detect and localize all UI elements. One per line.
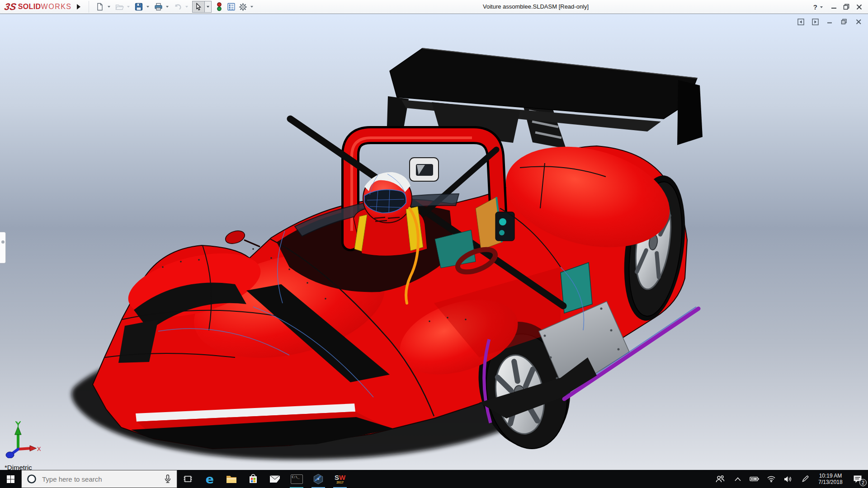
gear-icon: [239, 3, 247, 11]
people-icon: [716, 475, 725, 483]
taskbar-search[interactable]: [21, 470, 177, 488]
tab-grip-dot: [1, 240, 5, 244]
select-dropdown-caret[interactable]: [205, 1, 212, 13]
toolbar-separator: [89, 1, 89, 13]
open-document-button[interactable]: [113, 1, 125, 13]
solidworks-2017-icon: SW 2017: [335, 474, 345, 484]
clock-date: 7/13/2018: [814, 479, 847, 485]
chevron-up-icon: [735, 477, 741, 481]
logo-solid: SOLID: [18, 3, 41, 11]
new-document-button[interactable]: [94, 1, 106, 13]
battery-icon: [750, 476, 760, 482]
network-button[interactable]: [763, 470, 779, 488]
graphics-viewport[interactable]: X Y *Dimetric: [0, 14, 868, 470]
orientation-triad[interactable]: X Y: [5, 421, 41, 458]
print-icon: [154, 3, 163, 11]
document-restore-button[interactable]: [840, 18, 848, 26]
command-prompt-button[interactable]: C:\_: [286, 470, 307, 488]
document-minimize-button[interactable]: [826, 18, 834, 26]
edrawings-button[interactable]: [307, 470, 329, 488]
edge-button[interactable]: e: [199, 470, 221, 488]
cortana-icon: [27, 474, 37, 484]
notification-badge: 2: [859, 479, 867, 486]
logo-works: WORKS: [41, 3, 72, 11]
battery-button[interactable]: [746, 470, 763, 488]
open-folder-icon: [115, 3, 124, 11]
rear-view-mirror[interactable]: [410, 158, 439, 181]
window-controls: ?: [812, 0, 865, 14]
properties-list-icon: [227, 3, 236, 11]
hidden-icons-button[interactable]: [730, 470, 746, 488]
clock-time: 10:19 AM: [814, 473, 847, 479]
previous-pane-button[interactable]: [797, 18, 805, 26]
close-icon: [856, 4, 862, 10]
close-button[interactable]: [853, 0, 865, 14]
select-tool-button[interactable]: [192, 1, 205, 13]
restore-icon: [843, 4, 849, 10]
file-explorer-button[interactable]: [221, 470, 242, 488]
windows-logo-icon: [7, 475, 14, 483]
new-document-icon: [96, 3, 104, 11]
doc-close-icon: [856, 19, 862, 25]
store-icon: [248, 474, 258, 484]
select-cursor-icon: [195, 3, 202, 11]
logo-mark: 3S: [4, 1, 17, 12]
pen-icon: [802, 475, 809, 483]
undo-button: [172, 1, 184, 13]
save-floppy-icon: [135, 3, 143, 11]
pane-left-icon: [797, 19, 804, 25]
action-center-button[interactable]: 2: [847, 470, 868, 488]
store-button[interactable]: [242, 470, 264, 488]
feature-manager-collapsed-tab[interactable]: [0, 232, 6, 263]
save-button[interactable]: [133, 1, 145, 13]
quick-access-toolbar: [94, 0, 256, 14]
minimize-button[interactable]: [827, 0, 840, 14]
menu-flyout-arrow-icon[interactable]: [77, 4, 80, 9]
start-button[interactable]: [0, 470, 21, 488]
edrawings-hexagon-icon: [313, 474, 324, 484]
speaker-icon: [784, 476, 792, 483]
print-button[interactable]: [152, 1, 164, 13]
document-close-button[interactable]: [854, 18, 863, 26]
file-properties-button[interactable]: [225, 1, 237, 13]
window-title: Voiture assomblee.SLDASM [Read-only]: [483, 0, 589, 14]
undo-dropdown-caret: [184, 1, 189, 13]
taskbar-clock[interactable]: 10:19 AM 7/13/2018: [814, 473, 847, 485]
task-view-icon: [184, 475, 193, 483]
pane-right-icon: [812, 19, 819, 25]
new-dropdown-caret[interactable]: [106, 1, 112, 13]
command-prompt-icon: C:\_: [291, 474, 303, 484]
open-dropdown-caret: [125, 1, 131, 13]
help-dropdown-caret[interactable]: [820, 6, 823, 8]
help-button[interactable]: ?: [812, 3, 818, 11]
microphone-icon[interactable]: [164, 474, 171, 483]
search-input[interactable]: [41, 475, 159, 483]
mail-button[interactable]: [264, 470, 286, 488]
restore-button[interactable]: [840, 0, 853, 14]
windows-taskbar: e C:: [0, 470, 868, 488]
next-pane-button[interactable]: [811, 18, 819, 26]
print-dropdown-caret[interactable]: [164, 1, 170, 13]
select-tool-group: [192, 1, 212, 13]
edge-icon: e: [206, 473, 214, 485]
titlebar: 3S SOLID WORKS: [0, 0, 868, 14]
car-model-canvas[interactable]: [0, 14, 868, 470]
save-dropdown-caret[interactable]: [145, 1, 151, 13]
options-dropdown-caret[interactable]: [249, 1, 255, 13]
options-button[interactable]: [237, 1, 249, 13]
volume-button[interactable]: [779, 470, 797, 488]
rebuild-button[interactable]: [213, 1, 225, 13]
view-orientation-label: *Dimetric: [5, 464, 32, 470]
triad-y-label: Y: [16, 421, 20, 427]
undo-icon: [174, 3, 182, 11]
triad-x-label: X: [37, 446, 41, 452]
mail-icon: [269, 475, 280, 483]
doc-restore-icon: [841, 19, 847, 25]
people-button[interactable]: [711, 470, 730, 488]
task-view-button[interactable]: [177, 470, 199, 488]
solidworks-taskbar-button[interactable]: SW 2017: [329, 470, 351, 488]
system-tray: 10:19 AM 7/13/2018 2: [711, 470, 868, 488]
solidworks-logo: 3S SOLID WORKS: [5, 0, 72, 14]
pen-button[interactable]: [797, 470, 814, 488]
left-side-mirror[interactable]: [224, 229, 260, 247]
